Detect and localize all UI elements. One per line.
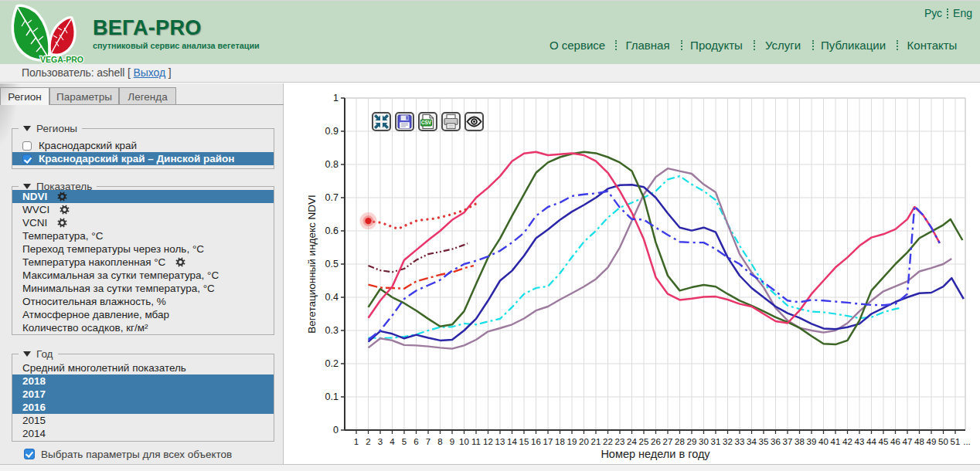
svg-text:45: 45 [879, 437, 889, 446]
svg-text:50: 50 [938, 437, 948, 446]
svg-text:4: 4 [390, 437, 395, 446]
svg-text:51: 51 [951, 437, 961, 446]
svg-text:13: 13 [495, 437, 505, 446]
svg-text:36: 36 [771, 437, 781, 446]
svg-text:34: 34 [747, 437, 757, 446]
svg-text:11: 11 [471, 437, 481, 446]
svg-text:30: 30 [699, 437, 709, 446]
svg-text:38: 38 [795, 437, 805, 446]
svg-text:7: 7 [426, 437, 430, 446]
svg-text:43: 43 [855, 437, 865, 446]
svg-text:49: 49 [927, 437, 937, 446]
svg-text:29: 29 [687, 437, 697, 446]
svg-text:48: 48 [914, 437, 924, 446]
svg-text:8: 8 [437, 437, 442, 446]
svg-text:1: 1 [333, 93, 339, 103]
svg-text:5: 5 [402, 437, 407, 446]
svg-text:0.1: 0.1 [325, 391, 339, 402]
svg-text:0.8: 0.8 [325, 159, 339, 170]
svg-text:0.4: 0.4 [325, 292, 339, 303]
svg-text:44: 44 [866, 437, 876, 446]
svg-text:14: 14 [507, 437, 517, 446]
svg-text:40: 40 [818, 437, 829, 446]
svg-text:20: 20 [579, 437, 589, 446]
svg-text:16: 16 [531, 437, 541, 446]
svg-text:25: 25 [639, 437, 649, 446]
svg-text:23: 23 [615, 437, 625, 446]
svg-text:2: 2 [366, 437, 370, 446]
svg-text:9: 9 [450, 437, 454, 446]
svg-text:0.2: 0.2 [325, 358, 339, 369]
svg-text:15: 15 [519, 437, 529, 446]
svg-text:Вегетационный индекс NDVI: Вегетационный индекс NDVI [306, 195, 318, 334]
svg-text:35: 35 [759, 437, 769, 446]
svg-text:6: 6 [413, 437, 418, 446]
svg-text:19: 19 [567, 437, 577, 446]
svg-text:24: 24 [627, 437, 637, 446]
svg-text:28: 28 [675, 437, 685, 446]
svg-text:41: 41 [831, 437, 841, 446]
svg-text:46: 46 [890, 437, 900, 446]
svg-text:0: 0 [333, 425, 339, 435]
svg-text:18: 18 [555, 437, 565, 446]
svg-text:21: 21 [591, 437, 601, 446]
svg-text:0.3: 0.3 [325, 325, 339, 336]
svg-text:33: 33 [735, 437, 745, 446]
svg-text:17: 17 [543, 437, 553, 446]
svg-text:27: 27 [663, 437, 673, 446]
svg-text:12: 12 [483, 437, 493, 446]
svg-text:0.5: 0.5 [325, 259, 339, 269]
svg-text:39: 39 [807, 437, 817, 446]
svg-text:0.7: 0.7 [325, 192, 339, 203]
svg-text:Номер недели в году: Номер недели в году [601, 448, 710, 460]
svg-text:1: 1 [354, 437, 359, 446]
svg-text:CSV: CSV [421, 120, 432, 125]
svg-text:37: 37 [783, 437, 793, 446]
svg-text:0.6: 0.6 [325, 225, 339, 236]
svg-text:31: 31 [711, 437, 721, 446]
svg-text:47: 47 [903, 437, 913, 446]
svg-text:22: 22 [603, 437, 613, 446]
svg-text:...: ... [963, 437, 971, 446]
svg-text:42: 42 [842, 437, 852, 446]
svg-text:10: 10 [459, 437, 469, 446]
svg-text:26: 26 [651, 437, 661, 446]
svg-text:3: 3 [378, 437, 383, 446]
svg-text:0.9: 0.9 [325, 126, 339, 137]
svg-text:32: 32 [723, 437, 733, 446]
